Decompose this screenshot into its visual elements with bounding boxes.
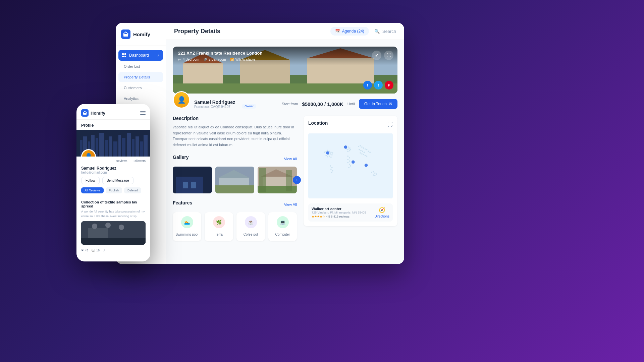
profile-banner: 👤 xyxy=(76,130,150,157)
sidebar-item-property-details[interactable]: Property Details xyxy=(118,72,163,82)
social-icons: f t P xyxy=(363,81,393,89)
sidebar-item-order-list[interactable]: Order List xyxy=(118,61,163,71)
svg-rect-1 xyxy=(122,53,124,55)
logo-icon xyxy=(121,29,130,39)
svg-point-116 xyxy=(105,223,111,228)
tab-publish[interactable]: Publish xyxy=(106,187,122,193)
expand-icon[interactable]: ⛶ xyxy=(387,122,393,128)
sidebar-item-analytics[interactable]: Analytics xyxy=(118,94,163,104)
owner-left: 👤 Samuel Rodriguez Francisco, CAQE 94107… xyxy=(173,100,256,109)
review-text: A wonderful serenity has take possession… xyxy=(81,209,146,219)
svg-point-53 xyxy=(349,147,351,149)
svg-rect-17 xyxy=(176,177,203,193)
location-section: Location ⛶ xyxy=(304,116,397,226)
svg-point-70 xyxy=(363,147,364,149)
svg-point-84 xyxy=(371,172,372,173)
feature-name-1: Swimming pool xyxy=(176,233,199,236)
twitter-icon[interactable]: t xyxy=(374,81,383,89)
computer-icon: 💻 xyxy=(277,216,289,228)
gallery-item-3[interactable] xyxy=(258,167,297,193)
svg-point-41 xyxy=(324,152,325,153)
svg-rect-118 xyxy=(81,238,146,245)
svg-point-48 xyxy=(330,169,332,170)
likes-stat: ❤ 45 xyxy=(81,249,88,252)
pinterest-icon[interactable]: P xyxy=(385,81,393,89)
svg-point-91 xyxy=(352,161,355,164)
svg-point-76 xyxy=(364,152,365,153)
directions-button[interactable]: 🧭 Directions xyxy=(375,207,389,218)
sidebar-item-customers[interactable]: Customers xyxy=(118,83,163,93)
svg-point-73 xyxy=(359,149,360,150)
mobile-logo: Homify xyxy=(81,109,105,117)
page-title: Property Details xyxy=(174,28,220,35)
gallery-next-button[interactable]: › xyxy=(293,176,301,184)
svg-point-77 xyxy=(368,150,369,152)
mobile-logo-icon xyxy=(81,109,89,117)
svg-rect-110 xyxy=(140,141,143,157)
svg-point-78 xyxy=(369,152,371,153)
directions-label: Directions xyxy=(375,215,389,218)
share-button[interactable]: ⤢ xyxy=(372,51,381,60)
banner-tags: 🛏 4 Bedroom 🚿 2 Bathroom 📶 Wifi Availabl… xyxy=(178,58,392,61)
place-card: Walker art center 725 Vineland Pl, Minne… xyxy=(308,203,393,222)
tab-deleted[interactable]: Deleted xyxy=(124,187,141,193)
svg-point-66 xyxy=(348,167,350,168)
sidebar-logo: Homify xyxy=(116,23,166,46)
svg-rect-102 xyxy=(105,140,108,157)
svg-point-59 xyxy=(347,156,348,157)
hamburger-menu[interactable] xyxy=(140,111,146,115)
share-stat: ↗ xyxy=(103,249,106,252)
features-view-all[interactable]: View All xyxy=(284,202,297,206)
svg-rect-106 xyxy=(122,138,125,157)
feature-computer: 💻 Computer xyxy=(268,212,297,241)
heart-icon: ❤ xyxy=(81,249,84,252)
owner-location: Francisco, CAQE 94107 xyxy=(194,105,235,109)
follow-button[interactable]: Follow xyxy=(81,177,100,184)
tab-all-reviews[interactable]: All Reviews xyxy=(81,187,104,193)
svg-point-90 xyxy=(344,145,347,149)
comment-icon: 💬 xyxy=(92,249,95,252)
svg-point-45 xyxy=(330,157,332,158)
sidebar-item-dashboard[interactable]: Dashboard ∧ xyxy=(118,50,163,61)
svg-point-72 xyxy=(366,149,368,150)
svg-rect-30 xyxy=(286,170,292,191)
svg-point-44 xyxy=(329,156,330,157)
right-column: Location ⛶ xyxy=(304,116,397,241)
svg-rect-108 xyxy=(132,139,135,157)
avatar-face: 👤 xyxy=(174,92,189,108)
facebook-icon[interactable]: f xyxy=(363,81,372,89)
gallery-item-1[interactable] xyxy=(173,167,212,193)
banner-actions: ⤢ ⛶ xyxy=(372,51,393,60)
contact-button[interactable]: Get in Touch ✉ xyxy=(359,99,397,109)
features-title: Features xyxy=(173,200,192,205)
fullscreen-button[interactable]: ⛶ xyxy=(384,51,393,60)
comments-stat: 💬 18 xyxy=(92,249,100,252)
svg-point-62 xyxy=(349,161,350,162)
mobile-header: Homify xyxy=(76,104,150,120)
svg-point-65 xyxy=(350,165,351,167)
feature-swimming-pool: 🏊 Swimming pool xyxy=(173,212,201,241)
price-value: $5000,00 / 1,000K xyxy=(302,101,343,107)
gallery-view-all[interactable]: View All xyxy=(284,157,297,161)
svg-point-69 xyxy=(361,146,363,148)
avatar: 👤 xyxy=(173,91,190,109)
svg-point-39 xyxy=(330,153,331,155)
svg-rect-29 xyxy=(259,168,266,192)
review-tabs: All Reviews Publish Deleted xyxy=(81,187,146,193)
gallery-item-2[interactable] xyxy=(215,167,255,193)
search-box[interactable]: 🔍 Search xyxy=(374,29,396,34)
location-title: Location xyxy=(308,120,328,126)
svg-point-43 xyxy=(327,156,328,158)
profile-label: Profile xyxy=(76,120,150,130)
header-actions: 📅 Agenda (24) 🔍 Search xyxy=(330,27,396,36)
agenda-button[interactable]: 📅 Agenda (24) xyxy=(330,27,369,36)
rating-value: 4.5 xyxy=(326,215,330,218)
wifi-tag: 📶 Wifi Available xyxy=(230,58,255,61)
svg-point-67 xyxy=(358,146,359,147)
svg-point-80 xyxy=(361,153,363,155)
svg-point-74 xyxy=(360,150,362,152)
svg-rect-107 xyxy=(127,133,131,157)
message-button[interactable]: Send Message xyxy=(102,177,133,184)
svg-point-42 xyxy=(325,155,327,156)
description-text: vaporise nisi ut aliquot ex ea Comodo co… xyxy=(173,124,297,148)
